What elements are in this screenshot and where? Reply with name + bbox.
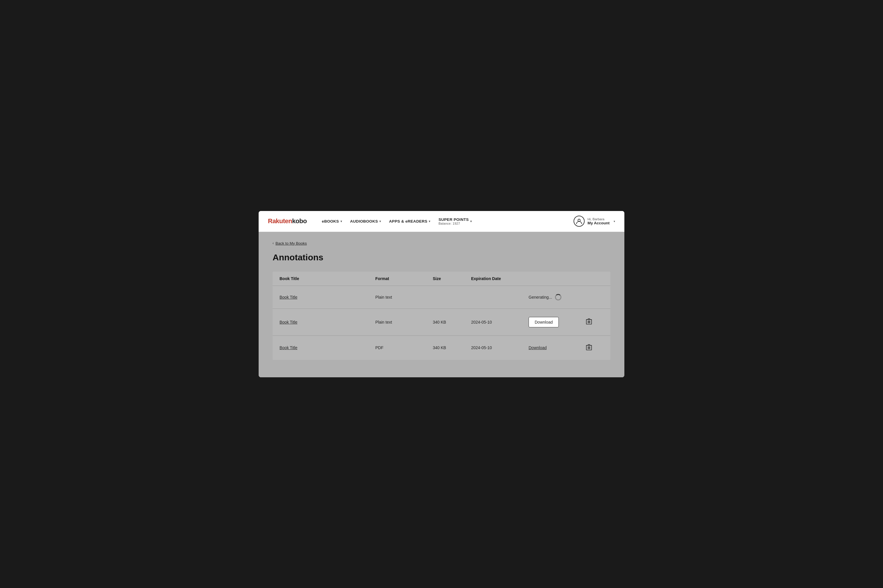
page-title: Annotations <box>273 252 610 262</box>
col-header-book-title: Book Title <box>280 276 375 281</box>
nav-ebooks-label: eBOOKS <box>322 219 339 224</box>
logo-kobo: kobo <box>292 218 307 225</box>
account-chevron: ▾ <box>614 220 615 223</box>
nav-apps-label: APPS & eREADERS <box>389 219 427 224</box>
size-cell: 340 KB <box>433 345 471 350</box>
nav-apps-chevron: ▾ <box>429 220 430 223</box>
format-cell: PDF <box>375 345 433 350</box>
trash-icon <box>586 344 592 352</box>
svg-point-0 <box>578 219 580 222</box>
account-name: My Account <box>588 221 610 225</box>
col-header-delete <box>586 276 603 281</box>
nav-apps[interactable]: APPS & eREADERS ▾ <box>385 217 434 226</box>
generating-label: Generating... <box>529 295 552 300</box>
main-content: ‹ Back to My Books Annotations Book Titl… <box>259 232 624 377</box>
super-points-label: SUPER POINTS <box>439 218 469 222</box>
logo-rakuten: Rakuten <box>268 218 292 225</box>
breadcrumb-link[interactable]: Back to My Books <box>276 241 307 246</box>
super-points-container: SUPER POINTS Balance: 1927 <box>439 218 469 225</box>
col-header-action <box>529 276 586 281</box>
size-cell: 340 KB <box>433 320 471 324</box>
table-row: Book Title Plain text Generating... <box>273 286 610 309</box>
book-title-link[interactable]: Book Title <box>280 295 375 300</box>
action-cell: Download <box>529 345 586 350</box>
loading-spinner <box>555 294 561 300</box>
table-row: Book Title PDF 340 KB 2024-05-10 Downloa… <box>273 336 610 360</box>
logo-text: Rakutenkobo <box>268 218 307 225</box>
account-icon <box>574 216 585 226</box>
delete-button[interactable] <box>586 318 592 326</box>
header: Rakutenkobo eBOOKS ▾ AUDIOBOOKS ▾ APPS &… <box>259 211 624 232</box>
book-title-link[interactable]: Book Title <box>280 320 375 324</box>
page-frame: Rakutenkobo eBOOKS ▾ AUDIOBOOKS ▾ APPS &… <box>259 211 624 377</box>
action-cell: Generating... <box>529 294 586 300</box>
download-button[interactable]: Download <box>529 317 559 327</box>
col-header-size: Size <box>433 276 471 281</box>
nav-audiobooks[interactable]: AUDIOBOOKS ▾ <box>346 217 384 226</box>
nav-superpoints-chevron: ▾ <box>470 220 472 223</box>
super-points-balance: Balance: 1927 <box>439 222 469 225</box>
download-link[interactable]: Download <box>529 345 547 350</box>
account-info: Hi, Barbara My Account <box>588 218 610 225</box>
main-nav: eBOOKS ▾ AUDIOBOOKS ▾ APPS & eREADERS ▾ … <box>318 215 574 228</box>
trash-icon <box>586 318 592 326</box>
annotations-table: Book Title Format Size Expiration Date B… <box>273 272 610 360</box>
format-cell: Plain text <box>375 320 433 324</box>
format-cell: Plain text <box>375 295 433 300</box>
nav-ebooks[interactable]: eBOOKS ▾ <box>318 217 345 226</box>
logo[interactable]: Rakutenkobo <box>268 218 307 225</box>
book-title-link[interactable]: Book Title <box>280 345 375 350</box>
delete-cell <box>586 318 603 326</box>
account-section[interactable]: Hi, Barbara My Account ▾ <box>574 216 615 226</box>
breadcrumb-chevron: ‹ <box>273 241 274 245</box>
action-cell: Download <box>529 317 586 327</box>
breadcrumb[interactable]: ‹ Back to My Books <box>273 241 610 246</box>
nav-audiobooks-chevron: ▾ <box>379 220 381 223</box>
delete-cell <box>586 344 603 352</box>
expiration-cell: 2024-05-10 <box>471 320 529 324</box>
table-header: Book Title Format Size Expiration Date <box>273 272 610 286</box>
delete-button[interactable] <box>586 344 592 352</box>
nav-ebooks-chevron: ▾ <box>340 220 342 223</box>
col-header-expiration-date: Expiration Date <box>471 276 529 281</box>
nav-audiobooks-label: AUDIOBOOKS <box>350 219 378 224</box>
col-header-format: Format <box>375 276 433 281</box>
expiration-cell: 2024-05-10 <box>471 345 529 350</box>
nav-superpoints[interactable]: SUPER POINTS Balance: 1927 ▾ <box>435 215 475 228</box>
account-greeting: Hi, Barbara <box>588 218 610 221</box>
table-row: Book Title Plain text 340 KB 2024-05-10 … <box>273 309 610 336</box>
